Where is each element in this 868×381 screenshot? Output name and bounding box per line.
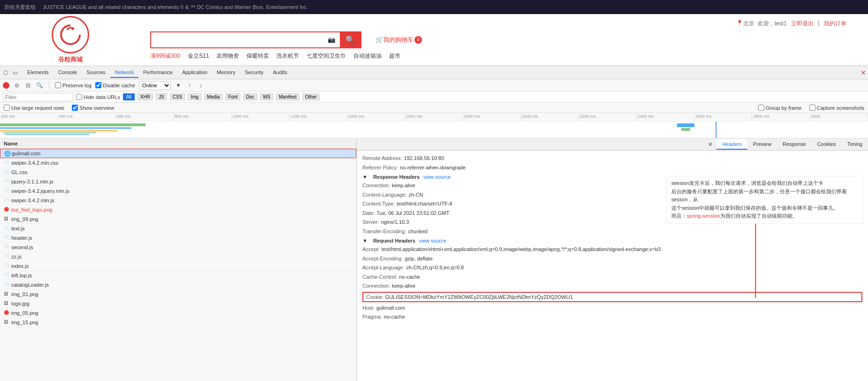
capture-screenshots-text: Capture screenshots: [817, 105, 865, 111]
nav-item-7[interactable]: 超市: [389, 52, 400, 60]
network-item-gulimall[interactable]: 🌐 gulimall.com: [0, 149, 356, 158]
network-item-headerjs[interactable]: 📄 header.js: [0, 233, 356, 243]
filter-ws-btn[interactable]: WS: [260, 93, 273, 100]
network-item-swiper-css[interactable]: 📄 swiper-3.4.2.min.css: [0, 158, 356, 168]
network-throttle-select[interactable]: Online Fast 3G Slow 3G Offline: [139, 81, 171, 90]
show-overview-input[interactable]: [72, 105, 78, 111]
network-item-zzjs[interactable]: 📄 zz.js: [0, 252, 356, 261]
filter-css-btn[interactable]: CSS: [170, 93, 185, 100]
annotation-line2: 后台的服务只要配置了上面的第一步和第二步，任意一个接口都会给我们带着sesson…: [671, 189, 847, 203]
network-item-img01[interactable]: 🖼 img_01.png: [0, 290, 356, 299]
network-item-textjs[interactable]: 📄 text.js: [0, 224, 356, 233]
group-by-frame-label[interactable]: Group by frame: [758, 105, 801, 111]
nav-item-2[interactable]: 农用物资: [216, 52, 239, 60]
tab-elements[interactable]: Elements: [23, 68, 54, 78]
search-button[interactable]: 🔍: [340, 32, 361, 47]
network-item-swiper-jquery[interactable]: 📄 swiper-3.4.2.jquery.min.js: [0, 186, 356, 196]
stop-icon[interactable]: ⊘: [13, 82, 21, 89]
import-icon[interactable]: ↑: [186, 82, 193, 89]
tab-memory[interactable]: Memory: [212, 68, 240, 78]
mark-2200: 2200 ms: [579, 113, 637, 121]
filter-font-btn[interactable]: Font: [225, 93, 240, 100]
details-tab-preview[interactable]: Preview: [747, 139, 777, 150]
network-item-indexjs[interactable]: 📄 index.js: [0, 261, 356, 271]
hide-data-urls-label: Hide data URLs: [84, 94, 120, 100]
disable-cache-checkbox[interactable]: Disable cache: [95, 82, 135, 88]
response-headers-view-source[interactable]: view source: [423, 174, 451, 180]
nav-item-3[interactable]: 保暖特卖: [246, 52, 269, 60]
tab-console[interactable]: Console: [54, 68, 82, 78]
network-list-body[interactable]: 🌐 gulimall.com 📄 swiper-3.4.2.min.css 📄 …: [0, 149, 356, 381]
network-item-img15[interactable]: 🖼 img_15.png: [0, 318, 356, 327]
throttle-down-icon[interactable]: ▼: [175, 82, 182, 89]
site-content: 📍 北京 欢迎，test1 立即退出 | 我的订单 📷 🔍 🛒 我的购物车 0 …: [141, 16, 868, 64]
network-item-logojpg[interactable]: 🖼 logo.jpg: [0, 299, 356, 308]
request-headers-toggle[interactable]: ▼: [362, 238, 368, 244]
item-name-gulimall: gulimall.com: [12, 151, 352, 156]
preserve-log-checkbox[interactable]: Preserve log: [55, 82, 92, 88]
filter-icon[interactable]: ⊟: [24, 82, 32, 89]
network-item-img09[interactable]: 🖼 img_09.png: [0, 214, 356, 224]
show-overview-label[interactable]: Show overview: [72, 105, 114, 111]
network-item-img05[interactable]: 🔴 img_05.png: [0, 308, 356, 318]
disable-cache-input[interactable]: [95, 82, 101, 88]
network-item-logo-png[interactable]: 🔴 top_find_logo.png: [0, 205, 356, 214]
search-icon[interactable]: 🔍: [36, 82, 43, 89]
nav-item-0[interactable]: 满999减300: [150, 52, 180, 60]
nav-item-4[interactable]: 洗衣机节: [277, 52, 299, 60]
tab-audits[interactable]: Audits: [268, 68, 292, 78]
cart-button[interactable]: 🛒 我的购物车 0: [376, 36, 422, 44]
item-name-logo-png: top_find_logo.png: [11, 207, 353, 213]
tab-security[interactable]: Security: [240, 68, 268, 78]
tab-sources[interactable]: Sources: [82, 68, 110, 78]
filter-input[interactable]: [3, 93, 73, 101]
nav-item-6[interactable]: 自动波箱油: [353, 52, 382, 60]
filter-other-btn[interactable]: Other: [302, 93, 320, 100]
details-tab-timing[interactable]: Timing: [841, 139, 868, 150]
inspect-icon[interactable]: ⬡: [2, 69, 9, 76]
group-by-frame-input[interactable]: [758, 105, 764, 111]
capture-screenshots-label[interactable]: Capture screenshots: [809, 105, 865, 111]
filter-manifest-btn[interactable]: Manifest: [276, 93, 300, 100]
network-item-jquery[interactable]: 📄 jquery-3.1.1.min.js: [0, 177, 356, 186]
rqh-accept-encoding-label: Accept-Encoding:: [362, 255, 403, 263]
response-headers-toggle[interactable]: ▼: [362, 174, 368, 180]
network-item-swiper-min[interactable]: 📄 swiper-3.4.2.min.js: [0, 196, 356, 205]
network-item-secendjs[interactable]: 📄 secend.js: [0, 243, 356, 252]
tab-application[interactable]: Application: [177, 68, 212, 78]
nav-item-5[interactable]: 七度空间卫生巾: [307, 52, 346, 60]
filter-media-btn[interactable]: Media: [204, 93, 223, 100]
search-input[interactable]: [151, 32, 323, 47]
filter-js-btn[interactable]: JS: [156, 93, 167, 100]
request-headers-view-source[interactable]: view source: [419, 238, 446, 244]
orders-link[interactable]: 我的订单: [824, 20, 846, 28]
device-icon[interactable]: ▭: [11, 69, 19, 76]
capture-screenshots-input[interactable]: [809, 105, 815, 111]
preserve-log-input[interactable]: [55, 82, 61, 88]
item-icon-img09: 🖼: [4, 216, 9, 222]
details-tab-headers[interactable]: Headers: [716, 139, 747, 150]
item-icon-swiper-min: 📄: [4, 198, 9, 203]
use-large-rows-input[interactable]: [4, 105, 10, 111]
nav-item-1[interactable]: 金立S11: [188, 52, 209, 60]
network-item-lefttopjs[interactable]: 📄 left.top.js: [0, 271, 356, 280]
record-button[interactable]: [3, 82, 9, 89]
hide-data-urls-input[interactable]: [76, 94, 82, 100]
hide-data-urls-checkbox[interactable]: Hide data URLs: [76, 94, 120, 100]
details-close-btn[interactable]: ✕: [704, 141, 716, 148]
filter-img-btn[interactable]: Img: [188, 93, 201, 100]
network-item-gl-css[interactable]: 📄 GL.css: [0, 168, 356, 177]
details-tab-response[interactable]: Response: [777, 139, 812, 150]
tab-network[interactable]: Network: [110, 68, 138, 78]
details-tab-cookies[interactable]: Cookies: [812, 139, 842, 150]
network-item-catalogloader[interactable]: 📄 catalogLoader.js: [0, 280, 356, 290]
tab-performance[interactable]: Performance: [138, 68, 177, 78]
use-large-rows-label[interactable]: Use large request rows: [4, 105, 64, 111]
mark-1600: 1600 ms: [405, 113, 463, 121]
camera-button[interactable]: 📷: [323, 32, 340, 47]
logout-link[interactable]: 立即退出: [791, 20, 814, 28]
filter-xhr-btn[interactable]: XHR: [138, 93, 153, 100]
filter-doc-btn[interactable]: Doc: [243, 93, 257, 100]
filter-all-btn[interactable]: All: [123, 93, 135, 100]
export-icon[interactable]: ↓: [197, 82, 205, 89]
